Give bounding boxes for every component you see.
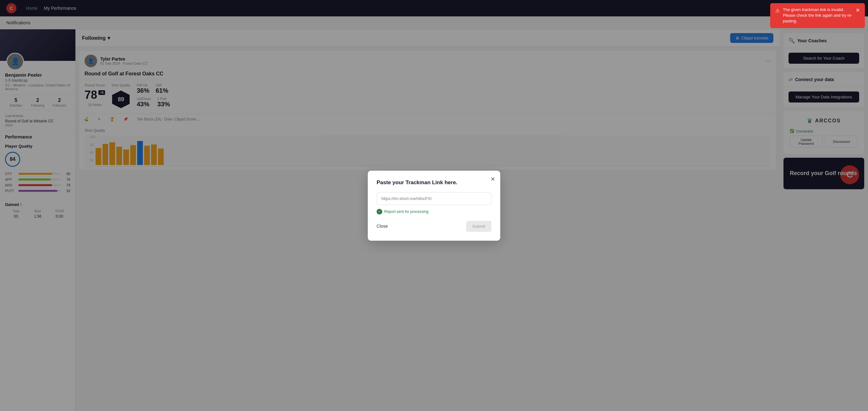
warning-icon: ⚠ [775,7,780,14]
trackman-modal: Paste your Trackman Link here. ✕ ✓ Repor… [368,171,500,241]
success-message: ✓ Report sent for processing [377,209,491,215]
toast-message: The given trackman link is invalid. Plea… [783,7,852,24]
modal-actions: Close Submit [377,221,491,232]
trackman-link-input[interactable] [377,192,491,205]
modal-submit-button: Submit [466,221,491,232]
modal-overlay: Paste your Trackman Link here. ✕ ✓ Repor… [0,0,868,411]
toast-close-button[interactable]: ✕ [856,7,860,14]
modal-title: Paste your Trackman Link here. [377,180,491,186]
modal-close-x-button[interactable]: ✕ [491,176,495,183]
modal-close-button[interactable]: Close [377,224,388,229]
check-circle-icon: ✓ [377,209,382,215]
error-toast: ⚠ The given trackman link is invalid. Pl… [770,3,865,28]
